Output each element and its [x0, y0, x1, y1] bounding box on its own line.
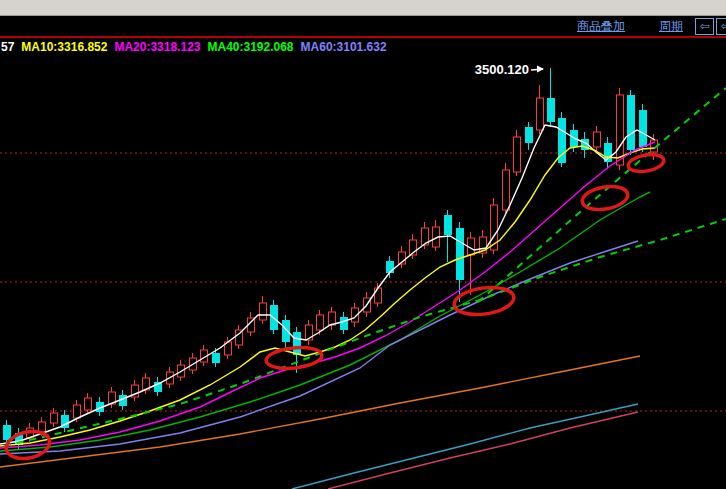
- ma5-value-partial: 57: [1, 40, 14, 54]
- trading-app-window: 商品叠加 周期 ⇦ ⇦ 57 MA10:3316.852 MA20:3318.1…: [0, 0, 726, 489]
- ma-readout: 57 MA10:3316.852 MA20:3318.123 MA40:3192…: [1, 40, 387, 54]
- ma40-value: MA40:3192.068: [207, 40, 293, 54]
- ma20-value: MA20:3318.123: [114, 40, 200, 54]
- candlestick-chart-canvas[interactable]: [0, 0, 726, 489]
- ma10-value: MA10:3316.852: [21, 40, 107, 54]
- high-price-annotation: 3500.120: [444, 62, 529, 77]
- ma60-value: MA60:3101.632: [301, 40, 387, 54]
